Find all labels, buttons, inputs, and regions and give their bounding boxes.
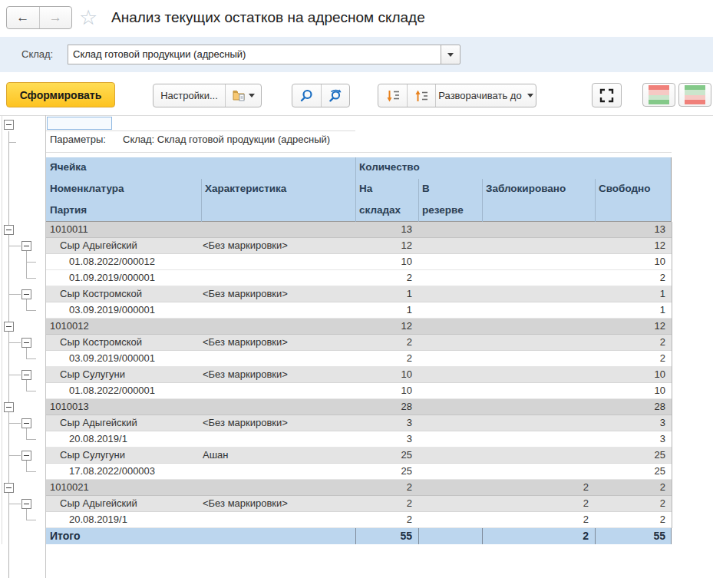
- page-title: Анализ текущих остатков на адресном скла…: [111, 0, 425, 35]
- cell-free: 1: [595, 286, 672, 302]
- generate-button[interactable]: Сформировать: [6, 82, 115, 107]
- collapse-toggle[interactable]: [21, 338, 31, 348]
- collapse-toggle[interactable]: [4, 225, 14, 235]
- cell-free: 1: [595, 302, 672, 318]
- search-next-button[interactable]: [321, 84, 349, 107]
- report-grid: Параметры: Склад: Склад готовой продукци…: [0, 115, 713, 582]
- back-arrow-icon: ←: [16, 10, 29, 25]
- cell-name: 1010021: [46, 480, 200, 495]
- warehouse-dropdown-button[interactable]: [441, 45, 460, 64]
- tree-connector-line: [8, 294, 21, 295]
- collapse-toggle[interactable]: [21, 499, 31, 509]
- report-variants-button[interactable]: [225, 84, 261, 107]
- sort-desc-button[interactable]: [642, 83, 675, 107]
- cell-char: <Без маркировки>: [200, 415, 355, 431]
- tree-connector-line: [26, 262, 36, 263]
- tree-connector-line: [26, 391, 36, 391]
- row-separator: [46, 130, 355, 131]
- tree-connector-line: [26, 358, 36, 359]
- forward-button[interactable]: →: [40, 7, 72, 28]
- expand-all-button[interactable]: [378, 84, 407, 107]
- cell-qty: 25: [355, 464, 418, 479]
- cell-name: 17.08.2022/000003: [46, 464, 200, 479]
- favorite-star-icon[interactable]: ☆: [79, 5, 97, 31]
- warehouse-combobox[interactable]: Склад готовой продукции (адресный): [68, 45, 441, 64]
- header-in-stock-2: складах: [359, 204, 401, 216]
- selected-cell[interactable]: [47, 117, 112, 130]
- tree-connector-line: [8, 342, 21, 343]
- collapse-toggle[interactable]: [4, 483, 14, 493]
- tree-connector-line: [26, 428, 27, 439]
- warehouse-label: Склад:: [21, 37, 53, 72]
- cell-res: [418, 512, 482, 527]
- search-button[interactable]: [292, 84, 321, 107]
- cell-free: 2: [595, 335, 672, 350]
- tree-connector-line: [8, 504, 21, 504]
- totals-free: 55: [595, 528, 672, 544]
- search-button-group: [292, 84, 350, 107]
- cell-name: Сыр Сулугуни: [46, 448, 200, 463]
- cell-qty: 10: [355, 254, 418, 269]
- cell-name: Сыр Костромской: [46, 286, 200, 302]
- cell-qty: 12: [355, 319, 418, 334]
- collapse-toggle[interactable]: [21, 289, 31, 299]
- cell-name: 1010013: [46, 399, 200, 415]
- settings-button[interactable]: Настройки...: [153, 84, 225, 107]
- cell-blk: [482, 335, 595, 350]
- cell-free: 3: [595, 431, 672, 447]
- cell-qty: 2: [355, 496, 418, 511]
- cell-qty: 2: [355, 270, 418, 286]
- cell-name: 01.08.2022/000001: [46, 383, 200, 398]
- fullscreen-button[interactable]: [592, 83, 622, 107]
- cell-res: [418, 286, 482, 302]
- settings-button-group: Настройки...: [153, 84, 262, 107]
- cell-char: [200, 319, 355, 334]
- report-variants-folder-icon: [233, 90, 246, 101]
- totals-blk: 2: [482, 528, 595, 544]
- cell-res: [418, 351, 482, 366]
- cell-char: <Без маркировки>: [200, 367, 355, 382]
- collapse-toggle[interactable]: [21, 418, 31, 428]
- expand-to-button[interactable]: Разворачивать до: [435, 84, 536, 107]
- cell-free: 13: [595, 222, 672, 237]
- cell-blk: 2: [482, 512, 595, 527]
- collapse-toggle-root[interactable]: [4, 120, 14, 130]
- table-row: 01.08.2022/0000121010: [46, 254, 672, 270]
- cell-qty: 3: [355, 431, 418, 447]
- sort-asc-button[interactable]: [678, 83, 711, 107]
- cell-qty: 28: [355, 399, 418, 415]
- cell-char: <Без маркировки>: [200, 496, 355, 511]
- cell-qty: 2: [355, 335, 418, 350]
- table-row: 03.09.2019/00000111: [46, 302, 672, 319]
- cell-char: [200, 464, 355, 479]
- collapse-toggle[interactable]: [21, 370, 31, 380]
- tree-connector-line: [26, 509, 27, 520]
- cell-res: [418, 270, 482, 286]
- tree-connector-line: [26, 461, 27, 471]
- cell-free: 10: [595, 367, 672, 382]
- collapse-toggle[interactable]: [4, 322, 14, 332]
- params-value: Склад: Склад готовой продукции (адресный…: [123, 134, 330, 145]
- collapse-toggle[interactable]: [21, 451, 31, 461]
- collapse-toggle[interactable]: [4, 402, 14, 412]
- cell-qty: 3: [355, 415, 418, 431]
- header-quantity: Количество: [359, 161, 420, 173]
- back-button[interactable]: ←: [7, 7, 40, 28]
- tree-connector-line: [8, 246, 21, 246]
- collapse-toggle[interactable]: [21, 241, 31, 251]
- title-bar: ← → ☆ Анализ текущих остатков на адресно…: [0, 0, 713, 37]
- cell-blk: [482, 464, 595, 479]
- cell-blk: [482, 222, 595, 237]
- tree-connector-line: [26, 310, 36, 311]
- cell-name: 1010011: [46, 222, 200, 237]
- stripe: [649, 100, 669, 104]
- cell-res: [418, 464, 482, 479]
- table-row: 10100132828: [46, 399, 672, 415]
- collapse-all-button[interactable]: [407, 84, 435, 107]
- table-row: 01.08.2022/0000011010: [46, 383, 672, 399]
- header-characteristic: Характеристика: [205, 183, 286, 194]
- table-row: Сыр Костромской<Без маркировки>11: [46, 286, 672, 302]
- table-header: Ячейка Номенклатура Партия Характеристик…: [46, 157, 672, 222]
- header-free: Свободно: [599, 183, 651, 194]
- tree-connector-line: [8, 375, 21, 375]
